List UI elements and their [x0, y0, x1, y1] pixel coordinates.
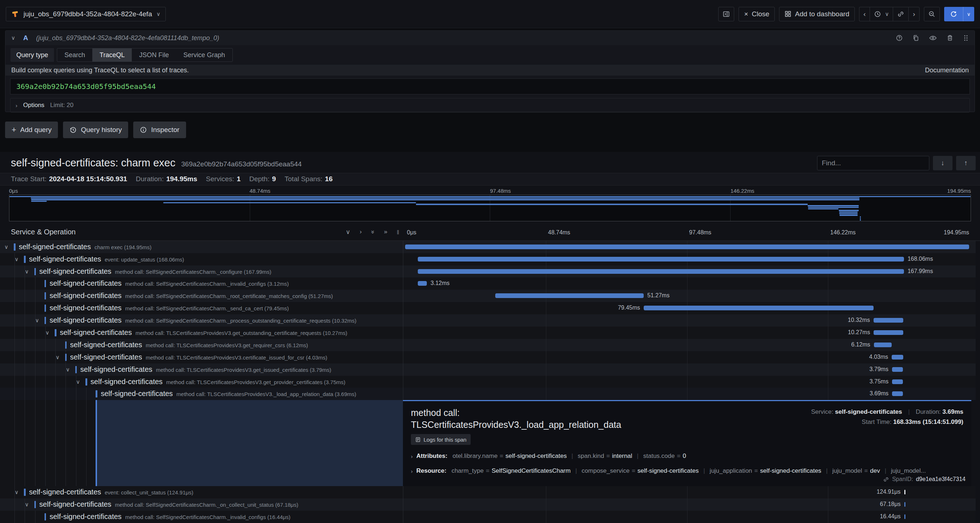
span-duration-label: 167.99ms: [908, 268, 933, 274]
time-picker-button[interactable]: ∨: [870, 7, 893, 21]
chevron-down-icon[interactable]: ∨: [45, 330, 49, 336]
tab-traceql[interactable]: TraceQL: [92, 49, 132, 62]
span-row[interactable]: self-signed-certificatesmethod call: Sel…: [0, 302, 976, 314]
drag-handle-icon[interactable]: [963, 34, 969, 41]
grafana-explore-screen: juju_obs_6979dbb4-352a-4804-822e-4efa ∨ …: [0, 0, 980, 523]
span-row[interactable]: self-signed-certificatesmethod call: TLS…: [0, 388, 976, 400]
chevron-down-icon[interactable]: ∨: [25, 501, 29, 508]
span-row[interactable]: ∨self-signed-certificatesevent: update_s…: [0, 253, 976, 265]
service-operation-header: Service & Operation: [11, 228, 76, 236]
span-duration-label: 51.27ms: [647, 292, 670, 299]
chevron-down-icon[interactable]: ∨: [76, 379, 80, 385]
chevron-down-icon[interactable]: ∨: [66, 366, 70, 373]
split-pane-button[interactable]: [718, 7, 734, 21]
chevron-down-icon[interactable]: ∨: [56, 354, 60, 361]
span-bar[interactable]: [495, 293, 644, 298]
expand-one-icon[interactable]: ›: [360, 228, 362, 236]
chevron-down-icon[interactable]: ∨: [14, 256, 19, 263]
find-input[interactable]: [817, 156, 929, 170]
add-to-dashboard-button[interactable]: Add to dashboard: [779, 7, 855, 21]
collapse-one-icon[interactable]: ∨: [346, 228, 350, 236]
run-options-arrow[interactable]: ∨: [963, 7, 974, 21]
span-row[interactable]: self-signed-certificatesmethod call: Sel…: [0, 511, 976, 523]
attributes-row[interactable]: › Attributes: otel.library.name=self-sig…: [411, 452, 963, 460]
span-timeline-cell: 79.45ms: [403, 302, 976, 314]
span-bar[interactable]: [418, 269, 904, 274]
span-bar[interactable]: [904, 490, 905, 494]
toggle-visibility-icon[interactable]: [929, 34, 937, 41]
span-row[interactable]: ∨self-signed-certificatesmethod call: TL…: [0, 363, 976, 376]
span-row[interactable]: ∨self-signed-certificatesmethod call: TL…: [0, 326, 976, 339]
span-row[interactable]: ∨self-signed-certificatesmethod call: Se…: [0, 498, 976, 511]
span-duration-label: 16.44μs: [880, 513, 900, 520]
span-row[interactable]: self-signed-certificatesmethod call: Sel…: [0, 277, 976, 290]
expand-all-icon[interactable]: »: [384, 228, 387, 236]
minimap-canvas[interactable]: [9, 195, 971, 221]
span-rows-top: ∨self-signed-certificatescharm exec (194…: [0, 241, 976, 400]
arrow-up-icon: ↑: [964, 159, 968, 167]
zoom-out-button[interactable]: [924, 7, 940, 21]
chevron-down-icon[interactable]: ∨: [4, 244, 8, 250]
span-bar[interactable]: [892, 355, 903, 360]
collapse-query-icon[interactable]: ∨: [11, 35, 15, 41]
span-bar[interactable]: [418, 257, 904, 262]
span-bar[interactable]: [873, 318, 903, 323]
link-icon[interactable]: [883, 476, 889, 482]
duplicate-query-icon[interactable]: [912, 34, 920, 41]
span-color-bar: [95, 390, 97, 398]
delete-query-icon[interactable]: [947, 34, 954, 41]
span-row[interactable]: self-signed-certificatesmethod call: TLS…: [0, 339, 976, 351]
span-row[interactable]: ∨self-signed-certificatesmethod call: TL…: [0, 376, 976, 388]
query-options-row[interactable]: › Options Limit: 20: [10, 98, 970, 113]
span-bar[interactable]: [904, 514, 905, 519]
attribute-value: self-signed-certificates: [760, 467, 821, 474]
query-history-button[interactable]: Query history: [63, 122, 128, 138]
span-bar[interactable]: [405, 244, 969, 249]
span-row[interactable]: self-signed-certificatesmethod call: Sel…: [0, 290, 976, 302]
help-icon[interactable]: [896, 34, 903, 41]
copy-link-button[interactable]: [893, 7, 908, 21]
span-bar[interactable]: [644, 306, 873, 310]
span-row[interactable]: ∨self-signed-certificatescharm exec (194…: [0, 241, 976, 253]
traceql-query-editor[interactable]: 369a2e0b92b74a653d05f95bd5eaa544: [10, 78, 970, 94]
span-color-bar: [45, 292, 46, 300]
find-prev-button[interactable]: ↑: [956, 156, 976, 170]
tab-json-file[interactable]: JSON File: [132, 49, 176, 62]
span-bar[interactable]: [873, 330, 903, 335]
logs-for-span-button[interactable]: Logs for this span: [411, 434, 471, 445]
span-bar[interactable]: [874, 342, 892, 347]
span-id: SpanID: d9e1ea1e3f4c7314: [883, 476, 966, 482]
add-query-button[interactable]: + Add query: [5, 122, 58, 138]
close-button[interactable]: × Close: [738, 7, 775, 21]
tab-service-graph[interactable]: Service Graph: [176, 49, 232, 62]
collapse-all-icon[interactable]: »: [369, 230, 377, 234]
explore-actions: + Add query Query history Inspector: [5, 122, 186, 138]
chevron-down-icon[interactable]: ∨: [25, 268, 29, 275]
query-row-header[interactable]: ∨ A (juju_obs_6979dbb4-352a-4804-822e-4e…: [5, 31, 975, 45]
span-bar[interactable]: [892, 367, 903, 372]
chevron-down-icon[interactable]: ∨: [35, 317, 39, 324]
datasource-picker[interactable]: juju_obs_6979dbb4-352a-4804-822e-4efa ∨: [6, 7, 166, 21]
span-duration-label: 168.06ms: [908, 256, 933, 262]
tab-search[interactable]: Search: [57, 49, 92, 62]
run-query-button[interactable]: ∨: [944, 7, 974, 21]
resource-row[interactable]: › Resource: charm_type=SelfSignedCertifi…: [411, 467, 963, 474]
span-bar[interactable]: [904, 502, 905, 507]
find-next-button[interactable]: ↓: [933, 156, 953, 170]
span-bar[interactable]: [892, 391, 902, 396]
span-row[interactable]: ∨self-signed-certificatesmethod call: TL…: [0, 351, 976, 363]
time-shift-forward-button[interactable]: ›: [908, 7, 919, 21]
span-row[interactable]: ∨self-signed-certificatesevent: collect_…: [0, 486, 976, 498]
column-resizer[interactable]: ‖: [397, 229, 400, 236]
inspector-button[interactable]: Inspector: [133, 122, 186, 138]
attribute-key: juju_application: [710, 467, 752, 474]
documentation-link[interactable]: Documentation: [925, 67, 969, 74]
chevron-down-icon[interactable]: ∨: [14, 489, 19, 496]
span-bar[interactable]: [418, 281, 427, 286]
span-row[interactable]: ∨self-signed-certificatesmethod call: Se…: [0, 314, 976, 326]
top-bar: juju_obs_6979dbb4-352a-4804-822e-4efa ∨ …: [0, 0, 980, 28]
span-duration-label: 6.12ms: [851, 341, 870, 348]
span-row[interactable]: ∨self-signed-certificatesmethod call: Se…: [0, 265, 976, 278]
span-bar[interactable]: [892, 379, 903, 384]
time-shift-back-button[interactable]: ‹: [859, 7, 870, 21]
